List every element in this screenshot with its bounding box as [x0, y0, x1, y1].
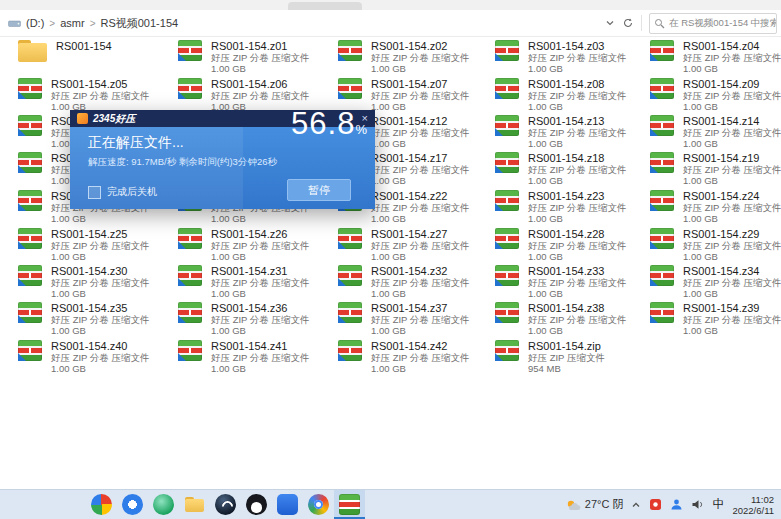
checkbox-label: 完成后关机: [107, 185, 157, 199]
file-text: RS001-154.z36好压 ZIP 分卷 压缩文件1.00 GB: [211, 302, 310, 336]
taskbar-app-pinwheel[interactable]: [86, 490, 117, 519]
file-size: 1.00 GB: [683, 288, 781, 299]
hidden-icons-caret[interactable]: [631, 501, 641, 509]
weather-text: 27°C 阴: [585, 497, 624, 512]
file-item[interactable]: RS001-154.z37好压 ZIP 分卷 压缩文件1.00 GB: [338, 302, 492, 336]
taskbar-app-bluesq[interactable]: [272, 490, 303, 519]
file-name: RS001-154.z04: [683, 40, 781, 52]
file-type: 好压 ZIP 分卷 压缩文件: [371, 164, 470, 175]
contacts-icon[interactable]: [670, 498, 683, 511]
file-name: RS001-154.z39: [683, 302, 781, 314]
file-item[interactable]: RS001-154.z02好压 ZIP 分卷 压缩文件1.00 GB: [338, 40, 492, 74]
haozip-archive-icon: [650, 115, 674, 136]
file-name: RS001-154.z18: [528, 152, 627, 164]
weather-icon: [566, 499, 581, 511]
file-item[interactable]: RS001-154.z32好压 ZIP 分卷 压缩文件1.00 GB: [338, 265, 492, 299]
file-text: RS001-154.z42好压 ZIP 分卷 压缩文件1.00 GB: [371, 340, 470, 374]
file-name: RS001-154.z03: [528, 40, 627, 52]
file-text: RS001-154.z26好压 ZIP 分卷 压缩文件1.00 GB: [211, 228, 310, 262]
file-size: 1.00 GB: [51, 363, 150, 374]
file-item[interactable]: RS001-154.z13好压 ZIP 分卷 压缩文件1.00 GB: [495, 115, 649, 149]
file-type: 好压 ZIP 分卷 压缩文件: [371, 352, 470, 363]
security-icon[interactable]: [649, 498, 662, 511]
file-item[interactable]: RS001-154: [18, 40, 172, 62]
haozip-archive-icon: [650, 40, 674, 61]
file-item[interactable]: RS001-154.z19好压 ZIP 分卷 压缩文件1.00 GB: [650, 152, 781, 186]
file-item[interactable]: RS001-154.z39好压 ZIP 分卷 压缩文件1.00 GB: [650, 302, 781, 336]
file-text: RS001-154.z40好压 ZIP 分卷 压缩文件1.00 GB: [51, 340, 150, 374]
file-item[interactable]: RS001-154.z31好压 ZIP 分卷 压缩文件1.00 GB: [178, 265, 332, 299]
haozip-archive-icon: [178, 78, 202, 99]
file-item[interactable]: RS001-154.z42好压 ZIP 分卷 压缩文件1.00 GB: [338, 340, 492, 374]
file-item[interactable]: RS001-154.z24好压 ZIP 分卷 压缩文件1.00 GB: [650, 190, 781, 224]
file-size: 1.00 GB: [371, 213, 470, 224]
file-type: 好压 ZIP 分卷 压缩文件: [371, 277, 470, 288]
pause-button[interactable]: 暂停: [287, 179, 351, 201]
file-text: RS001-154.z01好压 ZIP 分卷 压缩文件1.00 GB: [211, 40, 310, 74]
file-item[interactable]: RS001-154.z04好压 ZIP 分卷 压缩文件1.00 GB: [650, 40, 781, 74]
file-item[interactable]: RS001-154.z40好压 ZIP 分卷 压缩文件1.00 GB: [18, 340, 172, 374]
file-text: RS001-154.z12好压 ZIP 分卷 压缩文件1.00 GB: [371, 115, 470, 149]
file-name: RS001-154.z17: [371, 152, 470, 164]
file-item[interactable]: RS001-154.z25好压 ZIP 分卷 压缩文件1.00 GB: [18, 228, 172, 262]
file-item[interactable]: RS001-154.zip好压 ZIP 压缩文件954 MB: [495, 340, 649, 374]
file-item[interactable]: RS001-154.z18好压 ZIP 分卷 压缩文件1.00 GB: [495, 152, 649, 186]
taskbar-app-qq[interactable]: [241, 490, 272, 519]
shutdown-after-checkbox-row[interactable]: 完成后关机: [88, 185, 157, 199]
weather-widget[interactable]: 27°C 阴: [566, 497, 624, 512]
file-size: 1.00 GB: [371, 101, 470, 112]
file-item[interactable]: RS001-154.z41好压 ZIP 分卷 压缩文件1.00 GB: [178, 340, 332, 374]
file-item[interactable]: RS001-154.z05好压 ZIP 分卷 压缩文件1.00 GB: [18, 78, 172, 112]
file-item[interactable]: RS001-154.z26好压 ZIP 分卷 压缩文件1.00 GB: [178, 228, 332, 262]
file-name: RS001-154.z30: [51, 265, 150, 277]
taskbar-app-haozip[interactable]: [334, 490, 365, 519]
taskbar-clock[interactable]: 11:02 2022/6/11: [732, 494, 774, 516]
haozip-archive-icon: [18, 152, 42, 173]
haozip-archive-icon: [18, 190, 42, 211]
extract-status-text: 正在解压文件...: [88, 134, 184, 152]
file-type: 好压 ZIP 分卷 压缩文件: [51, 277, 150, 288]
file-size: 1.00 GB: [528, 288, 627, 299]
taskbar-app-bluecircle[interactable]: [117, 490, 148, 519]
file-name: RS001-154.z07: [371, 78, 470, 90]
file-text: RS001-154.z32好压 ZIP 分卷 压缩文件1.00 GB: [371, 265, 470, 299]
file-item[interactable]: RS001-154.z36好压 ZIP 分卷 压缩文件1.00 GB: [178, 302, 332, 336]
file-type: 好压 ZIP 分卷 压缩文件: [371, 52, 470, 63]
file-size: 1.00 GB: [528, 325, 627, 336]
haozip-archive-icon: [338, 40, 362, 61]
taskbar: 27°C 阴 中 11:02 2022/6/11: [0, 489, 781, 519]
file-name: RS001-154.z37: [371, 302, 470, 314]
file-size: 1.00 GB: [371, 138, 470, 149]
taskbar-app-dark[interactable]: [210, 490, 241, 519]
file-size: 1.00 GB: [683, 63, 781, 74]
file-type: 好压 ZIP 分卷 压缩文件: [211, 314, 310, 325]
extract-detail-text: 解压速度: 91.7MB/秒 剩余时间(约)3分钟26秒: [88, 156, 277, 169]
file-item[interactable]: RS001-154.z27好压 ZIP 分卷 压缩文件1.00 GB: [338, 228, 492, 262]
file-item[interactable]: RS001-154.z34好压 ZIP 分卷 压缩文件1.00 GB: [650, 265, 781, 299]
folder-icon: [18, 40, 47, 62]
volume-icon[interactable]: [691, 498, 704, 511]
file-item[interactable]: RS001-154.z33好压 ZIP 分卷 压缩文件1.00 GB: [495, 265, 649, 299]
file-item[interactable]: RS001-154.z35好压 ZIP 分卷 压缩文件1.00 GB: [18, 302, 172, 336]
taskbar-app-colorful[interactable]: [303, 490, 334, 519]
file-item[interactable]: RS001-154.z14好压 ZIP 分卷 压缩文件1.00 GB: [650, 115, 781, 149]
file-item[interactable]: RS001-154.z09好压 ZIP 分卷 压缩文件1.00 GB: [650, 78, 781, 112]
file-item[interactable]: RS001-154.z28好压 ZIP 分卷 压缩文件1.00 GB: [495, 228, 649, 262]
checkbox-icon[interactable]: [88, 186, 101, 199]
file-item[interactable]: RS001-154.z29好压 ZIP 分卷 压缩文件1.00 GB: [650, 228, 781, 262]
taskbar-app-teal[interactable]: [148, 490, 179, 519]
file-item[interactable]: RS001-154.z30好压 ZIP 分卷 压缩文件1.00 GB: [18, 265, 172, 299]
file-grid: RS001-154RS001-154.z01好压 ZIP 分卷 压缩文件1.00…: [0, 0, 781, 519]
dialog-title: 2345好压: [93, 112, 135, 126]
taskbar-app-folder[interactable]: [179, 490, 210, 519]
haozip-archive-icon: [650, 190, 674, 211]
ime-indicator[interactable]: 中: [712, 496, 724, 513]
file-item[interactable]: RS001-154.z38好压 ZIP 分卷 压缩文件1.00 GB: [495, 302, 649, 336]
file-item[interactable]: RS001-154.z03好压 ZIP 分卷 压缩文件1.00 GB: [495, 40, 649, 74]
file-type: 好压 ZIP 分卷 压缩文件: [371, 127, 470, 138]
progress-percent: 56.8%: [291, 106, 367, 142]
file-item[interactable]: RS001-154.z23好压 ZIP 分卷 压缩文件1.00 GB: [495, 190, 649, 224]
file-item[interactable]: RS001-154.z01好压 ZIP 分卷 压缩文件1.00 GB: [178, 40, 332, 74]
file-text: RS001-154.z25好压 ZIP 分卷 压缩文件1.00 GB: [51, 228, 150, 262]
file-item[interactable]: RS001-154.z08好压 ZIP 分卷 压缩文件1.00 GB: [495, 78, 649, 112]
